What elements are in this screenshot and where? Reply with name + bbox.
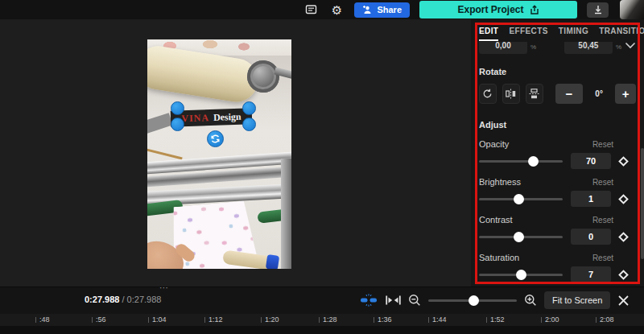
brightness-slider[interactable] <box>479 198 563 200</box>
selection-handle-bottom-left[interactable] <box>171 118 184 131</box>
snap-toggle-icon[interactable] <box>359 293 378 307</box>
machine-rod-art <box>147 148 183 159</box>
share-label: Share <box>377 5 402 14</box>
timeline-zoom-thumb[interactable] <box>469 295 479 306</box>
brightness-label: Brightness <box>479 177 521 187</box>
rotate-section-title: Rotate <box>479 67 636 76</box>
overlay-word-vina: VINA <box>181 112 209 125</box>
transform-values-row: 0,00 % 50,45 % <box>479 42 636 56</box>
saturation-label: Saturation <box>479 253 519 262</box>
opacity-control: Opacity Reset 70 <box>471 137 644 169</box>
saturation-slider[interactable] <box>479 274 563 276</box>
tab-transitions[interactable]: TRANSITIONS <box>599 27 644 41</box>
contrast-value-field[interactable]: 0 <box>571 229 611 245</box>
total-time: 0:27.988 <box>127 295 162 304</box>
machine-blue-cap-art <box>266 254 279 269</box>
selection-handle-top-right[interactable] <box>242 101 256 115</box>
video-preview-canvas[interactable]: VINA Design <box>147 39 291 269</box>
contrast-slider-thumb[interactable] <box>514 232 524 242</box>
panel-tabs: EDIT EFFECTS TIMING TRANSITIONS <box>471 19 644 41</box>
ruler-label: 1:12 <box>204 315 223 324</box>
contrast-keyframe-icon[interactable] <box>618 232 629 242</box>
tab-edit[interactable]: EDIT <box>479 27 498 41</box>
selection-handle-top-left[interactable] <box>171 101 184 115</box>
overlay-word-design: Design <box>213 110 242 123</box>
timeline-panel: ⋯ 0:27.988 / 0:27.988 Fit to Screen <box>0 287 644 334</box>
saturation-value-field[interactable]: 7 <box>571 266 611 282</box>
timeline-track-area[interactable] <box>0 326 644 334</box>
flip-vertical-button[interactable] <box>526 84 543 104</box>
rotate-increase-button[interactable]: + <box>615 84 636 104</box>
zoom-out-icon[interactable] <box>408 294 421 307</box>
zoom-in-icon[interactable] <box>524 294 537 307</box>
ruler-label: :48 <box>35 315 50 324</box>
timeline-resize-handle[interactable]: ⋯ <box>159 282 169 293</box>
contrast-label: Contrast <box>479 215 513 225</box>
adjust-section-title: Adjust <box>479 120 636 130</box>
brightness-reset-button[interactable]: Reset <box>592 178 613 187</box>
ruler-label: 1:04 <box>148 315 167 324</box>
rotate-selection-handle[interactable] <box>207 130 224 147</box>
fit-to-screen-button[interactable]: Fit to Screen <box>544 291 610 309</box>
brightness-slider-thumb[interactable] <box>514 194 524 204</box>
contrast-reset-button[interactable]: Reset <box>592 216 613 225</box>
ruler-label: 1:52 <box>486 315 505 324</box>
timeline-controls: Fit to Screen <box>359 291 630 309</box>
flip-horizontal-icon <box>506 89 516 99</box>
comment-icon[interactable] <box>303 2 319 18</box>
selection-handle-bottom-right[interactable] <box>242 118 256 131</box>
share-person-icon <box>362 5 373 14</box>
transform-value-field[interactable]: 50,45 <box>564 42 613 54</box>
rotate-90-button[interactable] <box>479 84 497 104</box>
brightness-value-field[interactable]: 1 <box>571 191 611 207</box>
tab-timing[interactable]: TIMING <box>559 27 588 41</box>
current-time: 0:27.988 <box>85 295 119 304</box>
video-editor-app: ⚙ Share Export Project <box>0 0 644 334</box>
brightness-keyframe-icon[interactable] <box>618 194 629 204</box>
transform-unit: % <box>530 43 536 51</box>
rotate-icon <box>482 89 493 99</box>
opacity-keyframe-icon[interactable] <box>618 156 629 167</box>
export-icon <box>530 5 539 15</box>
timeline-ruler[interactable]: :40 :48 :56 1:04 1:12 1:20 1:28 1:36 1:4… <box>0 314 644 326</box>
rotate-decrease-button[interactable]: − <box>555 84 584 104</box>
machine-frame-art <box>281 159 291 269</box>
opacity-slider-thumb[interactable] <box>528 156 539 167</box>
ruler-label: 1:44 <box>428 315 447 324</box>
rotate-arrows-icon <box>210 134 221 144</box>
export-project-button[interactable]: Export Project <box>419 1 577 19</box>
settings-gear-icon[interactable]: ⚙ <box>328 2 345 18</box>
contrast-slider[interactable] <box>479 236 563 238</box>
saturation-slider-thumb[interactable] <box>516 270 526 280</box>
share-button[interactable]: Share <box>354 2 410 18</box>
fit-clip-icon[interactable] <box>386 295 401 306</box>
export-label: Export Project <box>457 4 523 15</box>
rotate-angle-value: 0° <box>588 89 609 98</box>
saturation-keyframe-icon[interactable] <box>618 270 629 280</box>
ruler-label: 1:20 <box>261 315 279 324</box>
opacity-label: Opacity <box>479 139 509 149</box>
chevron-down-icon[interactable] <box>625 42 636 49</box>
ruler-label: 2:08 <box>596 315 614 324</box>
opacity-reset-button[interactable]: Reset <box>592 140 613 149</box>
opacity-slider[interactable] <box>479 160 563 163</box>
tab-effects[interactable]: EFFECTS <box>509 27 547 41</box>
close-icon[interactable] <box>617 295 630 307</box>
timeline-zoom-slider[interactable] <box>428 299 517 302</box>
brightness-control: Brightness Reset 1 <box>471 175 644 207</box>
panel-scrollbar[interactable] <box>641 148 644 259</box>
saturation-control: Saturation Reset 7 <box>471 250 644 282</box>
flip-horizontal-button[interactable] <box>502 84 520 104</box>
machine-bracket-art <box>147 113 173 134</box>
time-separator: / <box>119 295 126 304</box>
download-icon <box>593 5 603 14</box>
opacity-value-field[interactable]: 70 <box>571 153 611 169</box>
flip-vertical-icon <box>529 89 539 99</box>
transform-value-field[interactable]: 0,00 <box>479 42 527 54</box>
user-avatar[interactable] <box>620 0 644 19</box>
download-button[interactable] <box>587 2 609 18</box>
timecode-display: 0:27.988 / 0:27.988 <box>85 295 161 304</box>
ruler-label: :56 <box>92 315 106 324</box>
topbar: ⚙ Share Export Project <box>0 0 644 19</box>
saturation-reset-button[interactable]: Reset <box>592 254 613 262</box>
